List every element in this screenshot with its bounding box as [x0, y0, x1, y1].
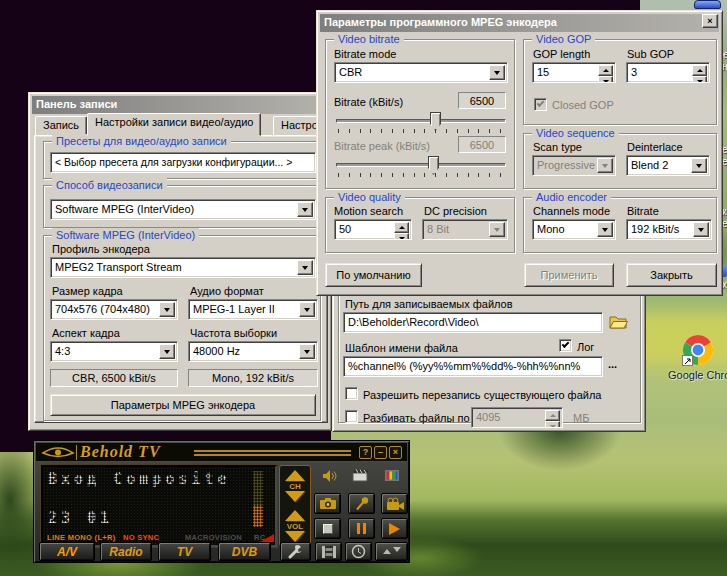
- pause-button[interactable]: [348, 518, 375, 539]
- record-panel-titlebar[interactable]: Панель записи: [32, 96, 328, 114]
- channel-up-button[interactable]: [285, 470, 305, 481]
- volume-up-button[interactable]: [285, 510, 305, 521]
- close-icon[interactable]: ×: [389, 446, 402, 459]
- spinner-buttons[interactable]: [598, 65, 613, 80]
- chrome-desktop-icon[interactable]: [682, 334, 727, 390]
- dc-precision-combobox: 8 Bit: [422, 219, 508, 240]
- behold-tv-window: Behold TV ? – × Вход Composite 23 01 LIN…: [33, 440, 410, 563]
- browse-more-button[interactable]: ...: [608, 358, 617, 370]
- video-files-button[interactable]: [315, 542, 342, 561]
- defaults-button[interactable]: По умолчанию: [325, 263, 422, 287]
- tv-colors-icon[interactable]: [384, 469, 400, 482]
- dropdown-arrow-icon[interactable]: [297, 260, 313, 275]
- aspect-combobox[interactable]: 4:3: [50, 341, 178, 362]
- behold-tv-titlebar[interactable]: Behold TV ? – ×: [36, 443, 407, 462]
- spinner-buttons[interactable]: [394, 222, 409, 237]
- stop-button[interactable]: [314, 518, 341, 539]
- dropdown-arrow-icon[interactable]: [691, 158, 707, 173]
- record-path-input[interactable]: D:\Beholder\Record\Video\: [343, 312, 603, 333]
- gop-length-label: GOP length: [533, 48, 590, 60]
- presets-group: Пресеты для видео/аудио записи < Выбор п…: [43, 141, 321, 179]
- sample-rate-label: Частота выборки: [190, 327, 277, 339]
- clapperboard-icon[interactable]: [352, 468, 370, 483]
- mpeg-params-button[interactable]: Параметры MPEG энкодера: [50, 394, 316, 416]
- play-icon: [389, 523, 400, 535]
- chrome-icon-label[interactable]: Google Chrome: [668, 369, 727, 381]
- channels-mode-combobox[interactable]: Mono: [532, 219, 616, 240]
- split-size-spinner[interactable]: 4095: [471, 407, 563, 428]
- record-method-group-title: Способ видеозаписи: [52, 178, 167, 192]
- help-icon[interactable]: ?: [359, 446, 372, 459]
- dropdown-arrow-icon[interactable]: [297, 202, 313, 217]
- desktop: е ни et er ка е. х Google Chrome Путь дл…: [0, 0, 727, 576]
- tab-record[interactable]: Запись: [35, 116, 87, 136]
- record-method-combobox[interactable]: Software MPEG (InterVideo): [50, 199, 316, 220]
- spinner-buttons[interactable]: [545, 410, 560, 425]
- play-button[interactable]: [381, 518, 408, 539]
- compact-mode-button[interactable]: [375, 542, 408, 561]
- preset-combobox[interactable]: < Выбор пресета для загрузки конфигураци…: [50, 152, 316, 173]
- bitrate-mode-combobox[interactable]: CBR: [334, 62, 508, 83]
- close-button[interactable]: Закрыть: [626, 263, 717, 287]
- deinterlace-combobox[interactable]: Blend 2: [626, 155, 710, 176]
- desktop-icon-label-fragment: е: [723, 49, 727, 60]
- audio-record-button[interactable]: [348, 493, 375, 514]
- dropdown-arrow-icon[interactable]: [489, 65, 505, 80]
- close-icon[interactable]: ×: [702, 14, 718, 28]
- mpeg-dialog-titlebar[interactable]: Параметры программного MPEG энкодера: [320, 14, 719, 32]
- presets-group-title: Пресеты для видео/аудио записи: [52, 134, 231, 148]
- dropdown-arrow-icon[interactable]: [299, 302, 315, 317]
- mode-av-button[interactable]: A/V: [39, 542, 95, 561]
- tab-record-settings[interactable]: Настройки записи видео/аудио: [87, 113, 261, 136]
- mode-radio-button[interactable]: Radio: [100, 542, 152, 561]
- video-bitrate-group-title: Video bitrate: [334, 32, 404, 46]
- dropdown-arrow-icon[interactable]: [159, 344, 175, 359]
- split-files-checkbox-label: Разбивать файлы по: [363, 412, 470, 424]
- encoder-profile-combobox[interactable]: MPEG2 Transport Stream: [50, 257, 316, 278]
- spinner-buttons[interactable]: [692, 65, 707, 80]
- audio-info-box: Mono, 192 kBit/s: [188, 369, 318, 387]
- log-checkbox[interactable]: [559, 339, 572, 352]
- gop-length-spinner[interactable]: 15: [532, 62, 616, 83]
- video-record-button[interactable]: [381, 493, 408, 514]
- mpeg-encoder-dialog: Параметры программного MPEG энкодера × V…: [316, 10, 723, 296]
- browse-folder-icon[interactable]: [609, 314, 628, 330]
- dropdown-arrow-icon[interactable]: [597, 222, 613, 237]
- sub-gop-spinner[interactable]: 3: [626, 62, 710, 83]
- volume-down-button[interactable]: [285, 531, 305, 542]
- bitrate-slider-ticks: [338, 129, 506, 133]
- split-files-checkbox[interactable]: [345, 410, 358, 423]
- mode-dvb-button[interactable]: DVB: [218, 542, 271, 561]
- behold-tv-title: Behold TV: [80, 443, 161, 461]
- minimize-icon[interactable]: –: [374, 446, 387, 459]
- dc-precision-label: DC precision: [424, 205, 487, 217]
- overwrite-checkbox[interactable]: [345, 387, 358, 400]
- stop-icon: [323, 524, 333, 534]
- audio-format-combobox[interactable]: MPEG-1 Layer II: [188, 299, 318, 320]
- channel-label: CH: [280, 482, 310, 491]
- snapshot-button[interactable]: [314, 493, 341, 514]
- dropdown-arrow-icon[interactable]: [693, 222, 709, 237]
- video-sequence-group-title: Video sequence: [532, 126, 619, 140]
- audio-format-label: Аудио формат: [190, 285, 264, 297]
- software-mpeg-group-title: Software MPEG (InterVideo): [52, 228, 199, 242]
- closed-gop-checkbox: [534, 98, 547, 111]
- channel-down-button[interactable]: [285, 491, 305, 502]
- speaker-icon[interactable]: [322, 469, 338, 483]
- audio-bitrate-combobox[interactable]: 192 kBit/s: [626, 219, 712, 240]
- sample-rate-combobox[interactable]: 48000 Hz: [188, 341, 318, 362]
- status-macrovision: MACROVISION: [185, 533, 242, 542]
- dropdown-arrow-icon[interactable]: [299, 344, 315, 359]
- motion-search-spinner[interactable]: 50: [334, 219, 412, 240]
- bitrate-slider-track[interactable]: [336, 119, 506, 123]
- frame-size-combobox[interactable]: 704x576 (704x480): [50, 299, 178, 320]
- pause-icon: [357, 523, 360, 534]
- settings-button[interactable]: [280, 542, 311, 561]
- dropdown-arrow-icon[interactable]: [159, 302, 175, 317]
- up-down-arrows-icon: [383, 545, 401, 558]
- mode-tv-button[interactable]: TV: [158, 542, 211, 561]
- video-info-box: CBR, 6500 kBit/s: [50, 369, 178, 387]
- filename-template-input[interactable]: %channel% (%yy%%mm%%dd%-%hh%%nn%: [343, 356, 603, 377]
- lcd-display: Вход Composite 23 01 LINE MONO (L+R) NO …: [41, 465, 277, 547]
- scheduler-button[interactable]: [345, 542, 372, 561]
